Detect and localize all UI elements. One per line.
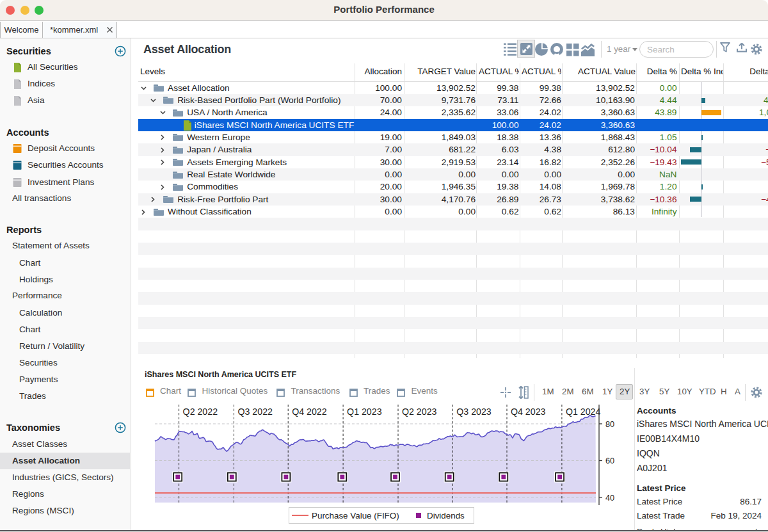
svg-text:Q2 2022: Q2 2022	[183, 407, 218, 417]
svg-text:Q3 2022: Q3 2022	[238, 407, 273, 417]
svg-text:60: 60	[605, 456, 614, 465]
svg-text:Q1 2023: Q1 2023	[347, 407, 382, 417]
svg-text:Q4 2022: Q4 2022	[292, 407, 327, 417]
svg-text:40: 40	[605, 493, 614, 503]
svg-text:Q3 2023: Q3 2023	[456, 407, 492, 417]
svg-text:Q1 2024: Q1 2024	[566, 407, 601, 417]
svg-text:80: 80	[605, 419, 614, 429]
svg-text:Q4 2023: Q4 2023	[511, 407, 546, 417]
svg-text:Q2 2023: Q2 2023	[402, 407, 437, 417]
